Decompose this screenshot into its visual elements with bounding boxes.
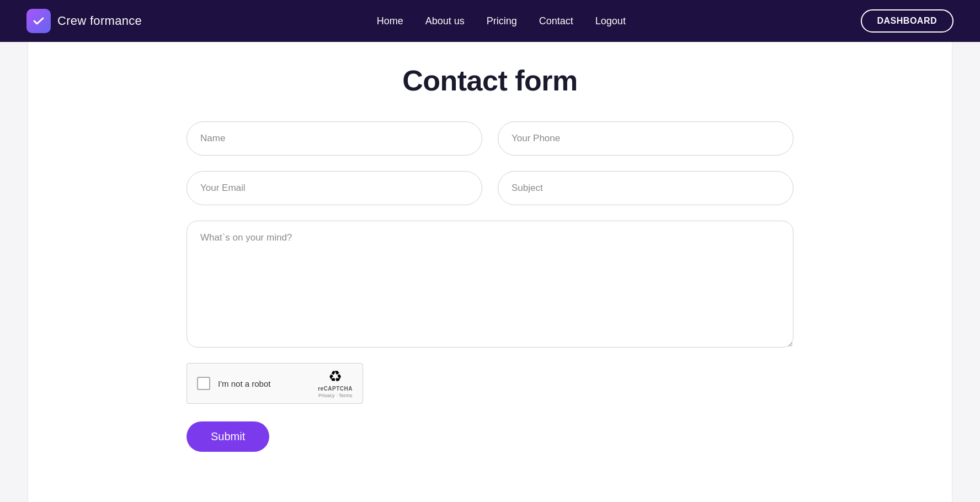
submit-button[interactable]: Submit bbox=[187, 421, 269, 452]
page-title: Contact form bbox=[61, 64, 919, 97]
form-row-2 bbox=[187, 171, 793, 205]
recaptcha-checkbox[interactable] bbox=[197, 377, 210, 390]
logo[interactable]: Crew formance bbox=[26, 9, 142, 33]
nav-pricing[interactable]: Pricing bbox=[487, 15, 517, 26]
main-content: Contact form I'm not a robot ♻ reCAPTCHA… bbox=[28, 42, 952, 502]
email-input[interactable] bbox=[187, 171, 482, 205]
recaptcha-right: ♻ reCAPTCHA Privacy · Terms bbox=[318, 369, 353, 398]
phone-input[interactable] bbox=[498, 121, 793, 156]
dashboard-button[interactable]: DASHBOARD bbox=[861, 9, 954, 33]
recaptcha-brand: reCAPTCHA bbox=[318, 386, 353, 392]
name-input[interactable] bbox=[187, 121, 482, 156]
nav-about-us[interactable]: About us bbox=[425, 15, 465, 26]
recaptcha-logo-icon: ♻ bbox=[328, 369, 342, 384]
recaptcha-links: Privacy · Terms bbox=[318, 393, 352, 398]
nav-home[interactable]: Home bbox=[377, 15, 403, 26]
contact-form: I'm not a robot ♻ reCAPTCHA Privacy · Te… bbox=[187, 121, 793, 452]
logo-icon bbox=[26, 9, 51, 33]
subject-input[interactable] bbox=[498, 171, 793, 205]
nav-logout[interactable]: Logout bbox=[595, 15, 626, 26]
form-row-1 bbox=[187, 121, 793, 156]
recaptcha-label: I'm not a robot bbox=[218, 379, 270, 388]
nav-contact[interactable]: Contact bbox=[539, 15, 573, 26]
logo-text: Crew formance bbox=[57, 14, 142, 28]
recaptcha-widget: I'm not a robot ♻ reCAPTCHA Privacy · Te… bbox=[187, 363, 363, 404]
recaptcha-left: I'm not a robot bbox=[197, 377, 270, 390]
message-textarea[interactable] bbox=[187, 221, 793, 348]
